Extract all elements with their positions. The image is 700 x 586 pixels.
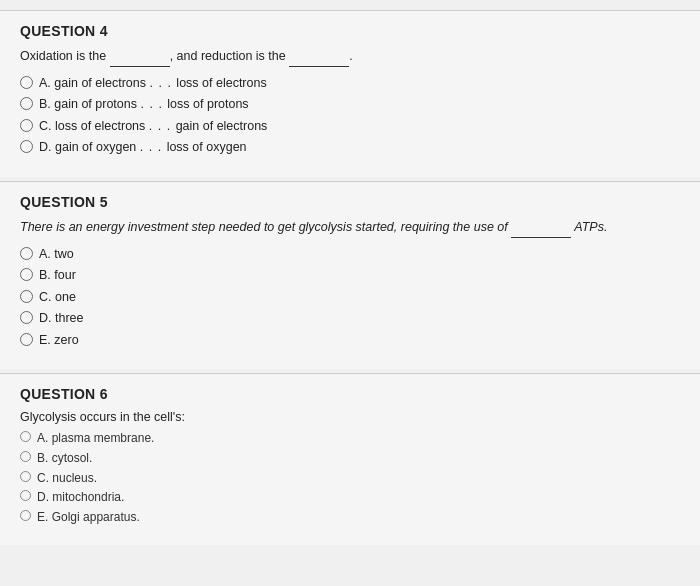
page-container: QUESTION 4 Oxidation is the , and reduct… — [0, 0, 700, 586]
question-5-options: A. two B. four C. one D. three — [20, 246, 680, 350]
q6-label-c: C. nucleus. — [37, 470, 97, 487]
q4-option-c[interactable]: C. loss of electrons . . . gain of elect… — [20, 118, 680, 136]
blank-2 — [289, 47, 349, 67]
question-6-intro: Glycolysis occurs in the cell's: — [20, 410, 680, 424]
q5-label-c: C. one — [39, 289, 76, 307]
q6-option-e[interactable]: E. Golgi apparatus. — [20, 509, 680, 526]
q5-radio-a[interactable] — [20, 247, 33, 260]
q4-label-d: D. gain of oxygen . . . loss of oxygen — [39, 139, 247, 157]
question-5-block: QUESTION 5 There is an energy investment… — [0, 181, 700, 369]
q5-radio-e[interactable] — [20, 333, 33, 346]
q6-radio-a[interactable] — [20, 431, 31, 442]
q6-option-b[interactable]: B. cytosol. — [20, 450, 680, 467]
blank-3 — [511, 218, 571, 238]
q6-label-a: A. plasma membrane. — [37, 430, 154, 447]
q5-radio-d[interactable] — [20, 311, 33, 324]
question-5-text: There is an energy investment step neede… — [20, 218, 680, 238]
q5-option-b[interactable]: B. four — [20, 267, 680, 285]
q4-label-b: B. gain of protons . . . loss of protons — [39, 96, 249, 114]
question-4-text: Oxidation is the , and reduction is the … — [20, 47, 680, 67]
q5-radio-c[interactable] — [20, 290, 33, 303]
question-5-title: QUESTION 5 — [20, 194, 680, 210]
question-4-options: A. gain of electrons . . . loss of elect… — [20, 75, 680, 157]
q6-radio-d[interactable] — [20, 490, 31, 501]
q6-label-d: D. mitochondria. — [37, 489, 124, 506]
q5-option-c[interactable]: C. one — [20, 289, 680, 307]
blank-1 — [110, 47, 170, 67]
q6-label-b: B. cytosol. — [37, 450, 92, 467]
q5-option-e[interactable]: E. zero — [20, 332, 680, 350]
q5-option-a[interactable]: A. two — [20, 246, 680, 264]
q5-label-b: B. four — [39, 267, 76, 285]
q4-option-d[interactable]: D. gain of oxygen . . . loss of oxygen — [20, 139, 680, 157]
q5-label-e: E. zero — [39, 332, 79, 350]
q6-radio-e[interactable] — [20, 510, 31, 521]
q5-option-d[interactable]: D. three — [20, 310, 680, 328]
q5-label-d: D. three — [39, 310, 83, 328]
q5-radio-b[interactable] — [20, 268, 33, 281]
q6-radio-b[interactable] — [20, 451, 31, 462]
q6-label-e: E. Golgi apparatus. — [37, 509, 140, 526]
q4-radio-b[interactable] — [20, 97, 33, 110]
q4-option-b[interactable]: B. gain of protons . . . loss of protons — [20, 96, 680, 114]
question-4-title: QUESTION 4 — [20, 23, 680, 39]
q6-option-c[interactable]: C. nucleus. — [20, 470, 680, 487]
q5-label-a: A. two — [39, 246, 74, 264]
question-6-options: A. plasma membrane. B. cytosol. C. nucle… — [20, 430, 680, 526]
question-6-title: QUESTION 6 — [20, 386, 680, 402]
q4-radio-a[interactable] — [20, 76, 33, 89]
q6-option-a[interactable]: A. plasma membrane. — [20, 430, 680, 447]
q4-option-a[interactable]: A. gain of electrons . . . loss of elect… — [20, 75, 680, 93]
q4-radio-c[interactable] — [20, 119, 33, 132]
question-4-block: QUESTION 4 Oxidation is the , and reduct… — [0, 10, 700, 177]
question-6-block: QUESTION 6 Glycolysis occurs in the cell… — [0, 373, 700, 545]
q4-label-a: A. gain of electrons . . . loss of elect… — [39, 75, 267, 93]
q6-radio-c[interactable] — [20, 471, 31, 482]
q4-radio-d[interactable] — [20, 140, 33, 153]
q6-option-d[interactable]: D. mitochondria. — [20, 489, 680, 506]
q4-label-c: C. loss of electrons . . . gain of elect… — [39, 118, 267, 136]
